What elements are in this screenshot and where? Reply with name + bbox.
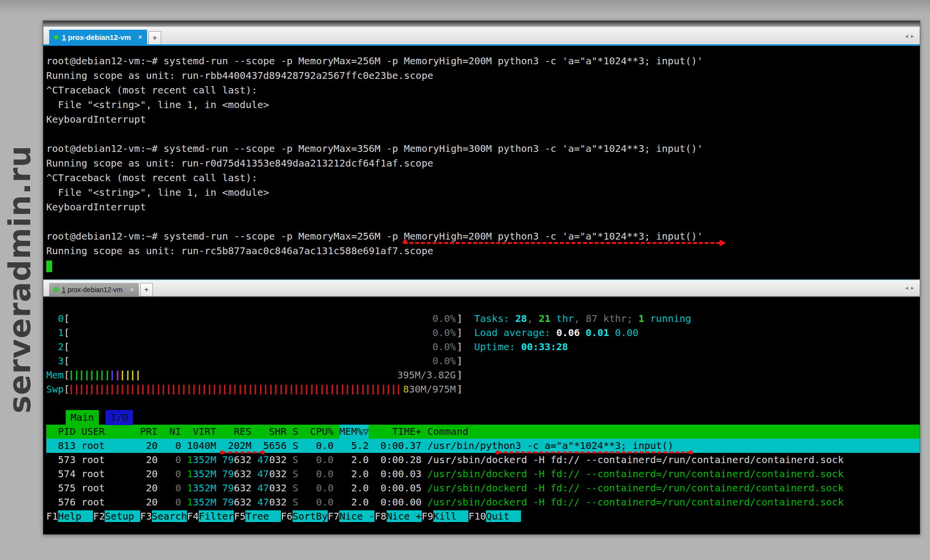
scroll-right-icon[interactable]: ▸ <box>911 284 914 291</box>
fkey-f9[interactable]: F9Kill <box>422 509 468 523</box>
scroll-left-icon[interactable]: ◂ <box>905 284 908 291</box>
meter-memory: Mem[395M/3.82G] <box>46 368 920 382</box>
tab-bar-top: 1 prox-debian12-vm × + ◂▸ <box>43 27 920 44</box>
terminal-line: Running scope as unit: run-rc5b877aac0c8… <box>46 243 920 258</box>
terminal-window: 1 prox-debian12-vm × + ◂▸ root@debian12-… <box>43 20 920 535</box>
terminal-line: root@debian12-vm:~# systemd-run --scope … <box>46 141 920 156</box>
terminal-line: File "<string>", line 1, in <module> <box>46 97 920 112</box>
tab-scroll-arrows: ◂▸ <box>902 33 914 39</box>
scroll-right-icon[interactable]: ▸ <box>911 33 914 39</box>
process-row[interactable]: 575 root 20 0 1352M 79632 47032 S 0.0 2.… <box>46 481 920 495</box>
summary-line: Uptime: 00:33:28 <box>474 340 691 354</box>
fkey-f5[interactable]: F5Tree <box>234 509 280 523</box>
spacer-row <box>46 396 920 411</box>
terminal-line: Running scope as unit: run-rbb4400437d89… <box>46 68 920 83</box>
process-table-header[interactable]: PID USER PRI NI VIRT RES SHR S CPU% MEM%… <box>46 425 920 439</box>
fkey-f3[interactable]: F3Search <box>140 509 187 523</box>
meter-swap: Swp[830M/975M] <box>46 382 920 396</box>
process-row[interactable]: 576 root 20 0 1352M 79632 47032 S 0.0 2.… <box>46 495 920 509</box>
fkey-f4[interactable]: F4Filter <box>187 509 234 523</box>
terminal-line: KeyboardInterrupt <box>46 200 920 214</box>
terminal-line <box>46 127 920 141</box>
summary-line: Load average: 0.06 0.01 0.00 <box>474 326 691 340</box>
tab-label: 1 prox-debian12-vm <box>62 33 131 41</box>
fkey-f8[interactable]: F8Nice + <box>374 509 421 523</box>
terminal-line: root@debian12-vm:~# systemd-run --scope … <box>46 54 920 68</box>
connection-status-icon <box>54 287 58 292</box>
terminal-line: ^CTraceback (most recent call last): <box>46 83 920 97</box>
tab-bar-bottom: 1 prox-debian12-vm × + ◂▸ <box>43 280 920 297</box>
fkey-f10[interactable]: F10Quit <box>468 509 521 523</box>
new-tab-button[interactable]: + <box>149 31 161 44</box>
fkey-f7[interactable]: F7Nice - <box>328 509 374 523</box>
connection-status-icon <box>54 35 58 39</box>
window-titlebar <box>43 21 920 27</box>
terminal-line: root@debian12-vm:~# systemd-run --scope … <box>46 229 920 243</box>
terminal-line: KeyboardInterrupt <box>46 112 920 127</box>
terminal-line: Running scope as unit: run-r0d75d41353e8… <box>46 156 920 170</box>
text-cursor <box>46 261 52 272</box>
tab-prox-debian12-vm-bottom[interactable]: 1 prox-debian12-vm × <box>49 283 139 296</box>
close-icon[interactable]: × <box>130 286 134 293</box>
process-row[interactable]: 574 root 20 0 1352M 79632 47032 S 0.0 2.… <box>46 467 920 481</box>
fkey-f6[interactable]: F6SortBy <box>281 509 328 523</box>
scroll-left-icon[interactable]: ◂ <box>905 33 908 39</box>
close-icon[interactable]: × <box>138 34 142 40</box>
htop-screen-tabs: MainI/O <box>46 411 920 425</box>
terminal-line <box>46 214 920 229</box>
htop-summary: Tasks: 28, 21 thr, 87 kthr; 1 runningLoa… <box>474 312 691 354</box>
htop-tab-i-o[interactable]: I/O <box>106 410 133 425</box>
terminal-cursor-line <box>46 258 920 273</box>
watermark: serveradmin.ru <box>2 145 37 413</box>
meter-cpu3: 3[0.0%] <box>46 354 920 368</box>
process-row[interactable]: 813 root 20 0 1040M 202M 5656 S 0.0 5.2 … <box>46 439 920 453</box>
htop-tab-main[interactable]: Main <box>66 410 99 425</box>
new-tab-button[interactable]: + <box>140 283 153 296</box>
terminal-line: ^CTraceback (most recent call last): <box>46 170 920 185</box>
tab-scroll-arrows: ◂▸ <box>902 284 914 291</box>
summary-line: Tasks: 28, 21 thr, 87 kthr; 1 running <box>474 312 691 326</box>
terminal-pane-htop[interactable]: 0[0.0%]1[0.0%]2[0.0%]3[0.0%]Mem[395M/3.8… <box>43 297 920 534</box>
tab-label: 1 prox-debian12-vm <box>62 286 123 294</box>
process-row[interactable]: 573 root 20 0 1352M 79632 47032 S 0.0 2.… <box>46 453 920 467</box>
fkey-f2[interactable]: F2Setup <box>93 509 140 523</box>
terminal-line: File "<string>", line 1, in <module> <box>46 185 920 200</box>
sort-column-mem[interactable]: MEM%▽ <box>339 425 369 439</box>
terminal-pane-shell[interactable]: root@debian12-vm:~# systemd-run --scope … <box>43 46 920 280</box>
fkey-f1[interactable]: F1Help <box>46 509 93 523</box>
tab-prox-debian12-vm-top[interactable]: 1 prox-debian12-vm × <box>49 30 147 44</box>
function-key-bar: F1Help F2Setup F3SearchF4FilterF5Tree F6… <box>46 509 920 523</box>
